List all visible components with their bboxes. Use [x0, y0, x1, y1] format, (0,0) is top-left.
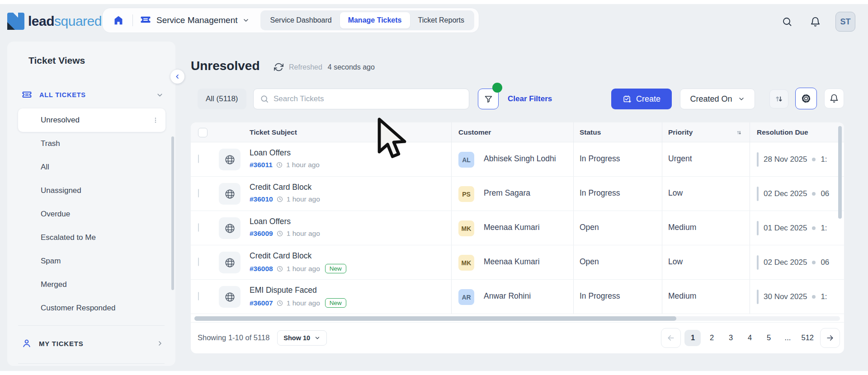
customer-name[interactable]: Prem Sagara	[484, 188, 530, 198]
ticket-age: 1 hour ago	[286, 161, 320, 169]
tab-service-dashboard[interactable]: Service Dashboard	[262, 12, 340, 28]
page-1[interactable]: 1	[684, 330, 701, 346]
ticket-subject[interactable]: Loan Offers	[250, 217, 291, 226]
table-settings-button[interactable]	[795, 88, 817, 109]
pagination-summary: Showing 1-10 of 5118 Show 10	[198, 322, 327, 353]
app-stage: leadsquared Service Management Service D…	[0, 0, 868, 375]
ticket-subject[interactable]: Loan Offers	[250, 148, 291, 158]
clock-icon	[276, 196, 283, 203]
table-horizontal-scrollbar[interactable]	[194, 316, 676, 321]
user-avatar[interactable]: ST	[835, 12, 855, 32]
ticket-views-sidebar: Ticket Views ALL TICKETS Unresolved Tras…	[7, 42, 175, 366]
kebab-icon[interactable]	[152, 117, 159, 124]
select-all-checkbox[interactable]	[198, 128, 208, 137]
ticket-id-link[interactable]: #36010	[250, 195, 273, 203]
ticket-id-link[interactable]: #36009	[250, 230, 273, 238]
page-512[interactable]: 512	[798, 330, 816, 346]
page-2[interactable]: 2	[703, 330, 720, 346]
notifications-bell-icon[interactable]	[807, 14, 823, 29]
ticket-id-link[interactable]: #36011	[250, 161, 273, 169]
column-priority[interactable]: Priority	[668, 122, 693, 142]
ticket-age: 1 hour ago	[287, 195, 320, 203]
column-status[interactable]: Status	[580, 122, 601, 142]
table-row[interactable]: Credit Card Block #36008 1 hour ago New …	[191, 245, 844, 280]
priority-sort-icon[interactable]	[736, 122, 742, 142]
row-checkbox[interactable]	[198, 155, 199, 163]
tickets-table-card: Ticket Subject Customer Status Priority …	[191, 122, 844, 353]
clear-filters-button[interactable]: Clear Filters	[508, 89, 552, 109]
app-switcher[interactable]: Service Management	[139, 14, 250, 27]
tab-ticket-reports[interactable]: Ticket Reports	[410, 12, 473, 28]
tab-manage-tickets[interactable]: Manage Tickets	[340, 12, 410, 28]
ticket-subject[interactable]: EMI Dispute Faced	[250, 286, 317, 295]
sidebar-scrollbar[interactable]	[171, 136, 174, 290]
view-item-label: Merged	[41, 280, 67, 289]
sort-field-dropdown[interactable]: Created On	[680, 89, 755, 109]
clock-icon	[276, 230, 283, 237]
page-size-dropdown[interactable]: Show 10	[277, 330, 327, 346]
global-search-icon[interactable]	[779, 14, 795, 29]
chevron-left-icon	[174, 73, 181, 80]
ticket-subject[interactable]: Credit Card Block	[250, 183, 311, 192]
refresh-status: Refreshed 4 seconds ago	[274, 62, 375, 72]
sidebar-view-item[interactable]: Escalated to Me	[18, 226, 165, 249]
ticket-id-link[interactable]: #36007	[250, 299, 273, 307]
table-row[interactable]: Credit Card Block #36010 1 hour ago PS P…	[191, 177, 844, 211]
sidebar-view-item[interactable]: All	[18, 155, 165, 179]
row-checkbox[interactable]	[198, 258, 199, 266]
arrow-right-icon	[826, 333, 835, 342]
customer-name[interactable]: Meenaa Kumari	[484, 223, 540, 232]
next-page-button[interactable]	[820, 328, 840, 348]
sidebar-view-item[interactable]: Customer Responded	[18, 296, 165, 320]
previous-page-button[interactable]	[661, 328, 681, 348]
table-row[interactable]: Loan Offers #36009 1 hour ago MK Meenaa …	[191, 211, 844, 245]
search-tickets-input[interactable]	[274, 94, 462, 103]
sidebar-divider	[18, 325, 165, 326]
row-checkbox[interactable]	[198, 189, 199, 197]
row-checkbox[interactable]	[198, 223, 199, 232]
table-row[interactable]: Loan Offers #36011 1 hour ago AL Abhisek…	[191, 142, 844, 177]
showing-count: Showing 1-10 of 5118	[198, 333, 269, 342]
my-tickets-group[interactable]: MY TICKETS	[21, 331, 164, 356]
ticket-id-link[interactable]: #36008	[250, 265, 273, 273]
table-vertical-scrollbar[interactable]	[838, 126, 842, 219]
ticket-status: In Progress	[580, 188, 620, 198]
chevron-down-icon	[156, 91, 164, 99]
ticket-age: 1 hour ago	[287, 299, 320, 307]
ticket-notifications-button[interactable]	[824, 89, 844, 108]
refresh-icon[interactable]	[274, 62, 283, 72]
sidebar-view-item[interactable]: Trash	[18, 132, 165, 155]
page-4[interactable]: 4	[741, 330, 758, 346]
row-checkbox[interactable]	[198, 292, 199, 300]
table-row[interactable]: EMI Dispute Faced #36007 1 hour ago New …	[191, 280, 844, 314]
column-resolution-due[interactable]: Resolution Due	[757, 122, 808, 142]
column-ticket-subject[interactable]: Ticket Subject	[250, 122, 297, 142]
sort-direction-button[interactable]	[769, 89, 788, 108]
page-5[interactable]: 5	[760, 330, 777, 346]
all-count-chip[interactable]: All (5118)	[198, 89, 246, 109]
customer-name[interactable]: Anwar Rohini	[484, 291, 531, 301]
table-body: Loan Offers #36011 1 hour ago AL Abhisek…	[191, 142, 844, 314]
refreshed-ago: 4 seconds ago	[328, 63, 375, 71]
sidebar-view-item[interactable]: Unassigned	[18, 179, 165, 202]
home-icon[interactable]	[111, 13, 126, 28]
globe-icon	[219, 183, 241, 205]
sidebar-view-item[interactable]: Unresolved	[18, 108, 165, 132]
all-tickets-group[interactable]: ALL TICKETS	[21, 85, 164, 105]
leadsquared-logo[interactable]: leadsquared	[7, 13, 102, 30]
top-edge	[0, 0, 868, 4]
create-ticket-button[interactable]: Create	[611, 89, 672, 109]
sidebar-view-item[interactable]: Spam	[18, 249, 165, 273]
search-tickets-box	[253, 89, 469, 109]
search-icon	[260, 94, 269, 103]
customer-name[interactable]: Abhisek Singh Lodhi	[484, 154, 556, 164]
customer-name[interactable]: Meenaa Kumari	[484, 257, 540, 267]
view-item-label: Unresolved	[41, 116, 80, 125]
ticket-subject[interactable]: Credit Card Block	[250, 251, 311, 261]
page-3[interactable]: 3	[722, 330, 739, 346]
sidebar-view-item[interactable]: Merged	[18, 273, 165, 296]
nav-divider	[132, 14, 133, 26]
column-customer[interactable]: Customer	[458, 122, 491, 142]
sidebar-view-item[interactable]: Overdue	[18, 202, 165, 226]
sidebar-collapse-button[interactable]	[170, 70, 184, 84]
